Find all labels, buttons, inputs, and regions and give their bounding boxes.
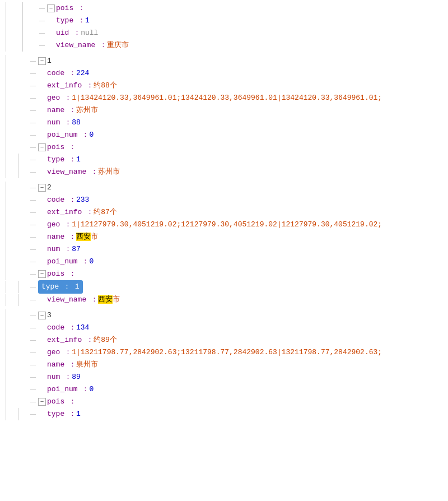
name-key: name ：	[47, 104, 76, 117]
toggle-chongqing-pois[interactable]: −	[47, 4, 55, 12]
poinum-value: 0	[89, 383, 94, 396]
pois-key: pois ：	[56, 2, 85, 15]
item2-pois-row: − pois ：	[6, 268, 448, 280]
viewname-highlight: 西安	[98, 295, 113, 304]
chongqing-uid-row: uid ： null	[6, 27, 448, 39]
branch-line	[39, 33, 45, 34]
toggle-item3-pois[interactable]: −	[38, 398, 46, 406]
item1-pois-row: − pois ：	[6, 141, 448, 154]
pois-key: pois ：	[47, 141, 76, 154]
item3-num-row: num ： 89	[6, 371, 448, 383]
type-key-highlighted: type ：	[41, 282, 71, 291]
branch-line	[30, 328, 36, 328]
item2-code-row: code ： 233	[6, 194, 448, 206]
uid-value: null	[81, 27, 98, 39]
branch-line	[30, 316, 36, 316]
poinum-value: 0	[89, 256, 94, 268]
extinfo-value: 约87个	[94, 206, 117, 219]
branch-line	[30, 225, 36, 225]
uid-key: uid ：	[56, 27, 81, 39]
pois-key: pois ：	[47, 396, 76, 408]
branch-line	[30, 377, 36, 378]
item2-name-row: name ： 西安市	[6, 231, 448, 243]
item3-pois-row: − pois ：	[6, 396, 448, 408]
toggle-item1[interactable]: −	[38, 57, 46, 65]
extinfo-key: ext_info ：	[47, 334, 94, 346]
branch-line	[39, 8, 45, 9]
branch-line	[30, 262, 36, 262]
branch-line	[30, 352, 36, 353]
item3-code-row: code ： 134	[6, 322, 448, 334]
branch-line	[30, 287, 36, 287]
branch-line	[30, 340, 36, 341]
item1-index-row: − 1	[6, 55, 448, 67]
item2-index: 2	[47, 182, 52, 194]
item2-num-row: num ： 87	[6, 243, 448, 256]
toggle-item2-pois[interactable]: −	[38, 270, 46, 278]
item2-index-row: − 2	[6, 182, 448, 194]
toggle-item2[interactable]: −	[38, 184, 46, 192]
branch-line	[30, 86, 36, 86]
type-highlighted-box: type ： 1	[38, 280, 83, 294]
branch-line	[39, 45, 45, 46]
type-value: 1	[76, 408, 81, 420]
geo-key: geo ：	[47, 92, 72, 104]
branch-line	[30, 172, 36, 173]
item3-extinfo-row: ext_info ： 约89个	[6, 334, 448, 346]
branch-line	[39, 21, 45, 21]
type-key: type ：	[47, 408, 76, 420]
item1-pois-viewname-row: view_name ： 苏州市	[6, 166, 448, 178]
chongqing-pois-row: − pois ：	[6, 2, 448, 15]
geo-value: 1|13211798.77,2842902.63;13211798.77,284…	[72, 346, 382, 359]
code-value: 233	[76, 194, 89, 206]
geo-key: geo ：	[47, 346, 72, 359]
num-value: 89	[72, 371, 81, 383]
name-key: name ：	[47, 231, 76, 243]
type-value: 1	[85, 15, 90, 27]
geo-value: 1|13424120.33,3649961.01;13424120.33,364…	[72, 92, 382, 104]
name-value: 苏州市	[76, 104, 98, 117]
branch-line	[30, 123, 36, 123]
num-value: 87	[72, 243, 81, 256]
branch-line	[30, 188, 36, 188]
branch-line	[30, 389, 36, 390]
item3-index: 3	[47, 309, 52, 322]
chongqing-type-row: type ： 1	[6, 15, 448, 27]
item3-poinum-row: poi_num ： 0	[6, 383, 448, 396]
name-value: 泉州市	[76, 359, 98, 371]
branch-line	[30, 414, 36, 415]
item1-num-row: num ： 88	[6, 117, 448, 129]
item1-name-row: name ： 苏州市	[6, 104, 448, 117]
type-value-highlighted: 1	[75, 282, 80, 291]
branch-line	[30, 61, 36, 62]
branch-line	[30, 365, 36, 365]
branch-line	[30, 135, 36, 136]
code-key: code ：	[47, 322, 76, 334]
toggle-item3[interactable]: −	[38, 312, 46, 319]
viewname-value: 重庆市	[107, 39, 129, 52]
item2-pois-viewname-row: view_name ： 西安市	[6, 294, 448, 306]
item1-code-row: code ： 224	[6, 67, 448, 80]
name-key: name ：	[47, 359, 76, 371]
name-suffix: 市	[91, 233, 98, 241]
num-key: num ：	[47, 243, 72, 256]
branch-line	[30, 147, 36, 148]
num-key: num ：	[47, 117, 72, 129]
branch-line	[30, 200, 36, 201]
type-key: type ：	[56, 15, 85, 27]
branch-line	[30, 249, 36, 250]
item3-index-row: − 3	[6, 309, 448, 322]
branch-line	[30, 274, 36, 275]
poinum-value: 0	[89, 129, 94, 141]
type-key: type ：	[47, 154, 76, 166]
toggle-item1-pois[interactable]: −	[38, 143, 46, 151]
viewname-value: 西安市	[98, 294, 120, 306]
extinfo-key: ext_info ：	[47, 80, 94, 92]
branch-line	[30, 402, 36, 402]
code-key: code ：	[47, 67, 76, 80]
chongqing-viewname-row: view_name ： 重庆市	[6, 39, 448, 52]
item3-name-row: name ： 泉州市	[6, 359, 448, 371]
json-tree: − pois ： type ： 1 uid ： null	[0, 2, 448, 420]
item2-poinum-row: poi_num ： 0	[6, 256, 448, 268]
branch-line	[30, 110, 36, 111]
